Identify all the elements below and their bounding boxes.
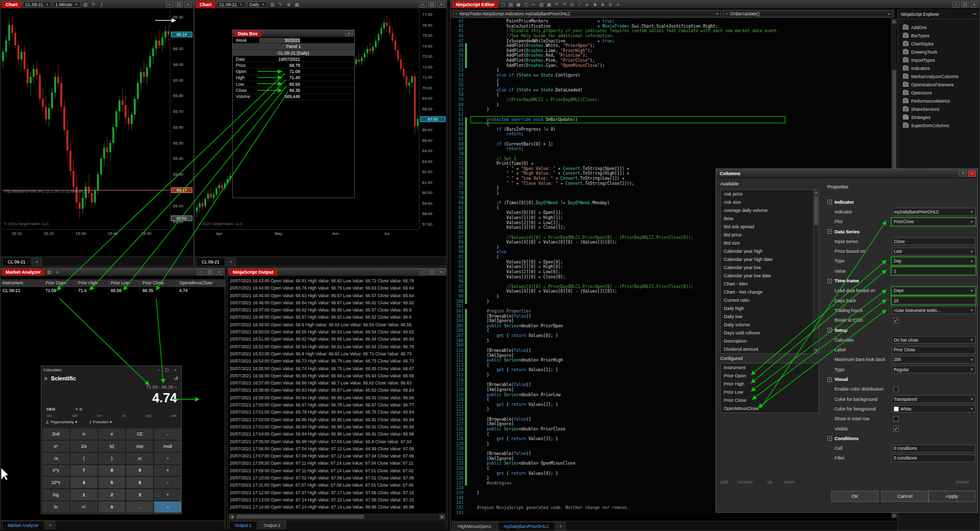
run-icon[interactable]: ▸ bbox=[584, 2, 591, 8]
tree-item-addons[interactable]: AddOns bbox=[898, 23, 979, 32]
collapse-icon[interactable]: − bbox=[827, 328, 832, 332]
calc-key-n![interactable]: n! bbox=[126, 453, 153, 464]
property-value-dropdown[interactable]: 0 conditions bbox=[892, 445, 975, 452]
market-analyzer-add-tab-button[interactable]: + bbox=[45, 521, 55, 529]
tree-item-shareservices[interactable]: ShareServices bbox=[898, 105, 979, 113]
rows-icon[interactable]: ≡ bbox=[54, 269, 61, 275]
property-value-dropdown[interactable]: 0 conditions bbox=[892, 454, 975, 462]
collapse-icon[interactable]: − bbox=[827, 279, 832, 283]
property-value-dropdown[interactable]: Days▼ bbox=[892, 287, 975, 295]
property-value-dropdown[interactable]: 10 bbox=[892, 297, 975, 304]
property-row[interactable]: TypeRegular▼ bbox=[827, 365, 975, 374]
property-row[interactable]: Maximum bars look back256▼ bbox=[827, 355, 975, 365]
calc-key-←[interactable]: ← bbox=[154, 428, 181, 440]
cancel-button[interactable]: Cancel bbox=[881, 491, 928, 502]
cell[interactable]: 71.4 bbox=[76, 287, 109, 295]
checkbox[interactable] bbox=[893, 387, 899, 392]
code-line[interactable]: 70 bbox=[453, 152, 891, 157]
tree-item-optimizers[interactable]: Optimizers bbox=[898, 89, 979, 97]
code-line[interactable]: 72 Print(Time[0] + bbox=[453, 161, 891, 166]
scroll-down-arrow[interactable]: ▼ bbox=[892, 513, 897, 518]
checkbox[interactable]: ✓ bbox=[893, 426, 899, 431]
collapse-icon[interactable]: − bbox=[827, 377, 832, 382]
market-analyzer-tab[interactable]: Market Analyzer bbox=[2, 521, 44, 529]
code-line[interactable]: 57 else if (State == State.DataLoaded) bbox=[453, 88, 891, 93]
property-value-dropdown[interactable]: Close bbox=[892, 237, 975, 245]
trigonometry-dropdown[interactable]: ∠ Trigonometry ▾ bbox=[45, 420, 77, 424]
property-value-dropdown[interactable]: PriorClose▼ bbox=[892, 218, 975, 226]
calc-key-.[interactable]: . bbox=[126, 501, 153, 513]
document-dropdown[interactable]: ▪NinjaTrader.NinjaScript.Indicators.myDa… bbox=[453, 10, 721, 17]
code-line[interactable]: 64 { bbox=[453, 122, 891, 127]
compile-icon[interactable]: ✓ bbox=[576, 2, 583, 8]
grid-icon[interactable]: ▦ bbox=[293, 2, 300, 8]
scroll-up-arrow[interactable]: ▲ bbox=[814, 190, 819, 196]
tree-item-optimizationfitnesses[interactable]: OptimizationFitnesses bbox=[898, 81, 979, 89]
scroll-thumb[interactable] bbox=[236, 515, 364, 519]
code-line[interactable]: 69 return; bbox=[453, 147, 891, 152]
columns-icon[interactable]: ▥ bbox=[46, 269, 53, 275]
cell[interactable]: CL 09-21 bbox=[1, 287, 43, 295]
calc-key-5[interactable]: 5 bbox=[99, 477, 126, 488]
code-line[interactable]: 54 else if (State == State.Configure) bbox=[453, 73, 891, 78]
calc-key-)[interactable]: ) bbox=[99, 453, 126, 464]
editor-tab-mydailybarspriorohlc[interactable]: myDailyBarsPriorOHLC bbox=[498, 522, 555, 530]
indicators-icon[interactable]: ƒ bbox=[99, 2, 105, 8]
minimize-button[interactable]: − bbox=[952, 2, 960, 8]
property-value-dropdown[interactable]: Day▼ bbox=[892, 257, 975, 265]
menu-icon[interactable]: ≡ bbox=[615, 2, 621, 8]
property-row[interactable]: Filter0 conditions bbox=[827, 453, 975, 463]
close-button[interactable]: × bbox=[437, 2, 445, 8]
calc-key-6[interactable]: 6 bbox=[126, 477, 153, 488]
calc-key-3[interactable]: 3 bbox=[126, 489, 153, 500]
close-button[interactable]: × bbox=[970, 2, 978, 8]
history-icon[interactable]: ↺ bbox=[174, 376, 178, 381]
column-header[interactable]: Prior High bbox=[76, 279, 109, 287]
chart1-add-tab-button[interactable]: + bbox=[32, 257, 42, 266]
code-line[interactable]: 65 if (BarsInProgress != 0) bbox=[453, 127, 891, 132]
code-line[interactable]: 44 ScaleJustification = NinjaTrader.Gui.… bbox=[453, 24, 891, 29]
property-value-dropdown[interactable]: 1 bbox=[892, 267, 975, 275]
maximize-button[interactable]: ▢ bbox=[206, 269, 214, 275]
tree-item-bartypes[interactable]: BarTypes bbox=[898, 32, 979, 40]
property-row[interactable]: Load data based onDays▼ bbox=[827, 286, 975, 296]
maximize-button[interactable]: ▢ bbox=[428, 2, 436, 8]
memory-button-mc[interactable]: MC bbox=[46, 414, 53, 418]
calc-key-√x[interactable]: √x bbox=[42, 453, 69, 464]
tree-item-indicators[interactable]: Indicators bbox=[898, 64, 979, 73]
save-icon[interactable]: ▣ bbox=[515, 2, 522, 8]
calc-key-×[interactable]: × bbox=[154, 465, 181, 476]
calc-key-exp[interactable]: exp bbox=[126, 441, 153, 452]
zoom-icon[interactable]: ⊕ bbox=[285, 2, 292, 8]
close-button[interactable]: × bbox=[184, 2, 192, 8]
output2-tab[interactable]: Output 2 bbox=[258, 521, 286, 529]
member-dropdown[interactable]: ▪OnBarUpdate()▼ bbox=[723, 10, 893, 17]
chart-style-icon[interactable]: ▥ bbox=[82, 2, 89, 8]
chart1-plot-area[interactable]: myDailyBarsPriorOHLC(CL 09-21 (1 Minute)… bbox=[2, 9, 170, 229]
property-row[interactable]: Cell0 conditions bbox=[827, 444, 975, 453]
code-line[interactable]: 47 IsSuspendedWhileInactive = true; bbox=[453, 39, 891, 44]
chart1-time-axis[interactable]: 15:1015:2015:3015:4015:50 bbox=[2, 229, 170, 237]
preset-link[interactable]: preset bbox=[956, 479, 969, 485]
property-value-dropdown[interactable]: Last▼ bbox=[892, 248, 975, 255]
property-row[interactable]: Break at EOD✓ bbox=[827, 316, 975, 325]
redo-icon[interactable]: ↷ bbox=[561, 2, 568, 8]
hamburger-menu-icon[interactable]: ≡ bbox=[44, 376, 47, 381]
code-line[interactable]: 56 } bbox=[453, 83, 891, 88]
column-header[interactable]: Prior Open bbox=[43, 279, 76, 287]
maximize-button[interactable]: ▢ bbox=[428, 269, 436, 275]
undo-icon[interactable]: ↶ bbox=[553, 2, 560, 8]
property-row[interactable]: Trading hours<Use instrument settin...▼ bbox=[827, 305, 975, 315]
minimize-button[interactable]: − bbox=[419, 269, 427, 275]
maximize-button[interactable]: ▢ bbox=[163, 368, 171, 372]
code-line[interactable]: 45 //Disable this property if your indic… bbox=[453, 29, 891, 34]
column-header[interactable]: OpenMinusClose bbox=[177, 279, 226, 287]
cell[interactable]: 65.56 bbox=[109, 287, 140, 295]
cell[interactable]: 4.74 bbox=[177, 287, 226, 295]
checkbox[interactable]: ✓ bbox=[893, 318, 899, 323]
calc-key-2[interactable]: 2 bbox=[99, 489, 126, 500]
close-button[interactable]: × bbox=[968, 171, 976, 177]
property-row[interactable]: Enable color distribution bbox=[827, 384, 975, 394]
output-horizontal-scrollbar[interactable]: ◀ ▶ bbox=[229, 514, 446, 520]
property-row[interactable]: Color for foregroundWhite▼ bbox=[827, 404, 975, 414]
